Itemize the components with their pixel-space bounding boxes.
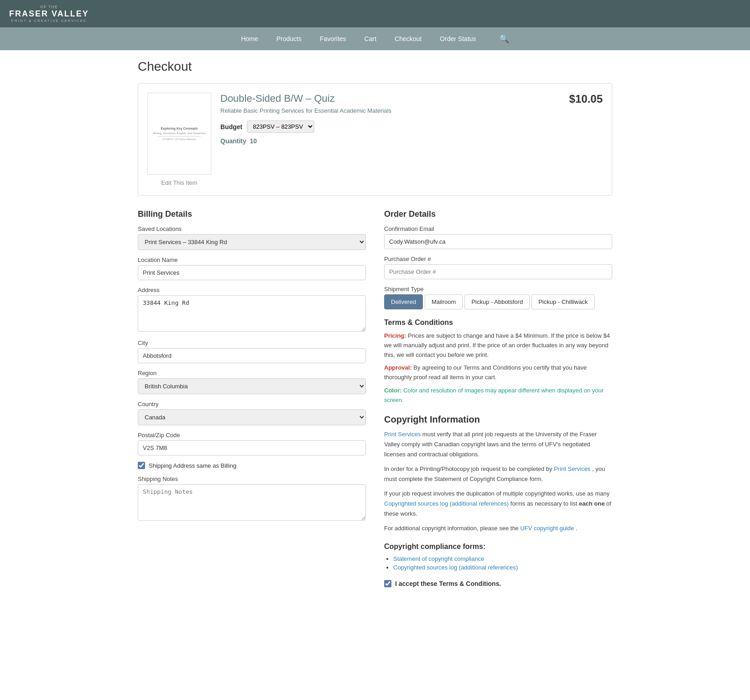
para3-prefix: If your job request involves the duplica… (384, 490, 609, 497)
shipping-same-label[interactable]: Shipping Address same as Billing (149, 462, 236, 469)
shipping-notes-group: Shipping Notes (138, 475, 366, 522)
nav-bar: Home Products Favorites Cart Checkout Or… (0, 27, 750, 50)
print-services-link1[interactable]: Print Services (384, 431, 421, 438)
pricing-text: Prices are subject to change and have a … (384, 332, 610, 358)
thumb-sub: Writing, Structures, English, and Visual… (153, 132, 206, 135)
terms-pricing: Pricing: Prices are subject to change an… (384, 331, 612, 360)
product-details: Double-Sided B/W – Quiz Reliable Basic P… (220, 93, 603, 186)
copyright-para4: For additional copyright information, pl… (384, 523, 612, 533)
city-group: City (138, 340, 366, 363)
order-section: Order Details Confirmation Email Purchas… (384, 209, 612, 587)
accept-terms-label[interactable]: I accept these Terms & Conditions. (395, 580, 501, 587)
city-label: City (138, 340, 366, 346)
compliance-form2: Copyrighted sources log (additional refe… (393, 564, 612, 571)
top-header: OF THE FRASER VALLEY PRINT & CREATIVE SE… (0, 0, 750, 27)
billing-title: Billing Details (138, 209, 366, 219)
para4-suffix: . (576, 525, 578, 532)
two-col-layout: Billing Details Saved Locations Print Se… (138, 209, 612, 587)
country-label: Country (138, 401, 366, 407)
location-name-input[interactable] (138, 265, 366, 280)
saved-locations-select[interactable]: Print Services – 33844 King Rd (138, 234, 366, 250)
product-quantity-row: Quantity 10 (220, 137, 391, 145)
nav-checkout[interactable]: Checkout (395, 33, 422, 44)
shipping-same-checkbox[interactable] (138, 462, 145, 469)
shipment-mailroom[interactable]: Mailroom (425, 294, 463, 309)
copyright-para2: In order for a Printing/Photocopy job re… (384, 464, 612, 484)
logo-sub: PRINT & CREATIVE SERVICES (11, 19, 87, 23)
shipping-same-row: Shipping Address same as Billing (138, 462, 366, 469)
confirmation-email-group: Confirmation Email (384, 225, 612, 249)
postal-label: Postal/Zip Code (138, 432, 366, 439)
postal-input[interactable] (138, 440, 366, 455)
product-card: Exploring Key Concepts Writing, Structur… (138, 83, 612, 196)
product-price: $10.05 (569, 93, 603, 105)
nav-favorites[interactable]: Favorites (320, 33, 346, 44)
product-name: Double-Sided B/W – Quiz (220, 93, 391, 104)
color-text: Color and resolution of images may appea… (384, 387, 604, 403)
product-description: Reliable Basic Printing Services for Ess… (220, 107, 391, 114)
shipment-delivered[interactable]: Delivered (384, 294, 423, 309)
address-label: Address (138, 287, 366, 293)
order-title: Order Details (384, 209, 612, 219)
pricing-label: Pricing: (384, 332, 406, 339)
para4-prefix: For additional copyright information, pl… (384, 525, 520, 532)
shipping-notes-input[interactable] (138, 484, 366, 521)
address-group: Address (138, 287, 366, 333)
po-label: Purchase Order # (384, 256, 612, 262)
print-services-link2[interactable]: Print Services (554, 465, 590, 472)
logo-name: FRASER VALLEY (9, 9, 89, 19)
region-select[interactable]: British ColumbiaAlbertaOntario (138, 378, 366, 394)
form1-link[interactable]: Statement of copyright compliance (393, 555, 484, 562)
quantity-label: Quantity (220, 137, 246, 145)
copyright-title: Copyright Information (384, 414, 612, 425)
page-title: Checkout (138, 59, 612, 74)
budget-select[interactable]: 823PSV – 823PSV (247, 120, 314, 133)
accept-terms-checkbox[interactable] (384, 580, 391, 587)
po-group: Purchase Order # (384, 256, 612, 279)
quantity-value: 10 (250, 137, 257, 145)
ufv-copyright-link[interactable]: UFV copyright guide (520, 525, 574, 532)
approval-label: Approval: (384, 364, 412, 371)
product-budget-row: Budget 823PSV – 823PSV (220, 120, 391, 133)
edit-item-link[interactable]: Edit This Item (147, 179, 211, 186)
nav-products[interactable]: Products (276, 33, 302, 44)
saved-locations-group: Saved Locations Print Services – 33844 K… (138, 225, 366, 250)
country-group: Country CanadaUnited States (138, 401, 366, 425)
address-input[interactable] (138, 295, 366, 332)
shipment-pickup-chilliwack[interactable]: Pickup - Chilliwack (531, 294, 594, 309)
billing-section: Billing Details Saved Locations Print Se… (138, 209, 366, 587)
thumb-divider (158, 136, 201, 136)
budget-label: Budget (220, 123, 242, 131)
terms-title: Terms & Conditions (384, 319, 612, 327)
thumb-title: Exploring Key Concepts (161, 127, 198, 130)
terms-approval: Approval: By agreeing to our Terms and C… (384, 363, 612, 382)
logo-top: OF THE (40, 5, 58, 9)
copyright-para2-text: In order for a Printing/Photocopy job re… (384, 465, 554, 472)
terms-color: Color: Color and resolution of images ma… (384, 386, 612, 405)
compliance-title: Copyright compliance forms: (384, 543, 612, 551)
shipment-pickup-abbotsford[interactable]: Pickup - Abbotsford (464, 294, 530, 309)
nav-cart[interactable]: Cart (365, 33, 376, 44)
region-label: Region (138, 370, 366, 376)
product-thumbnail: Exploring Key Concepts Writing, Structur… (147, 93, 211, 175)
shipping-notes-label: Shipping Notes (138, 475, 366, 482)
copyright-sources-link[interactable]: Copyrighted sources log (additional refe… (384, 500, 509, 507)
shipment-type-group: Shipment Type Delivered Mailroom Pickup … (384, 286, 612, 309)
location-name-label: Location Name (138, 256, 366, 263)
search-icon[interactable]: 🔍 (499, 34, 509, 44)
country-select[interactable]: CanadaUnited States (138, 409, 366, 425)
para3-mid: forms as necessary to list (510, 500, 579, 507)
city-input[interactable] (138, 348, 366, 363)
postal-group: Postal/Zip Code (138, 432, 366, 455)
accept-terms-row: I accept these Terms & Conditions. (384, 580, 612, 587)
nav-order-status[interactable]: Order Status (440, 33, 476, 44)
po-input[interactable] (384, 264, 612, 279)
form2-link[interactable]: Copyrighted sources log (additional refe… (393, 564, 518, 571)
shipment-options: Delivered Mailroom Pickup - Abbotsford P… (384, 294, 612, 309)
region-group: Region British ColumbiaAlbertaOntario (138, 370, 366, 394)
saved-locations-label: Saved Locations (138, 225, 366, 232)
main-content: Checkout Exploring Key Concepts Writing,… (124, 50, 626, 596)
nav-home[interactable]: Home (241, 33, 258, 44)
confirmation-email-input[interactable] (384, 234, 612, 249)
product-thumbnail-container: Exploring Key Concepts Writing, Structur… (147, 93, 211, 186)
